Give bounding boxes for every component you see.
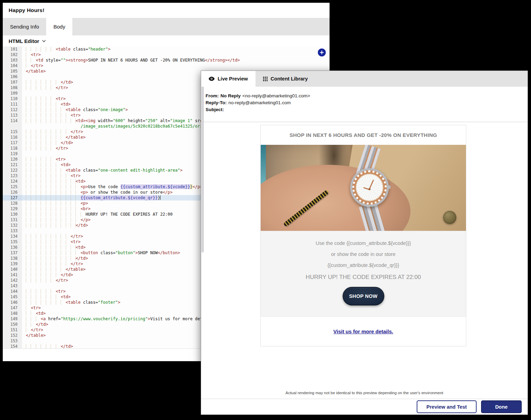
tab-sending-info[interactable]: Sending Info: [3, 18, 46, 35]
code-text: </tr>: [22, 261, 83, 267]
line-number: 138: [3, 256, 22, 261]
line-number: 136: [3, 245, 22, 250]
line-number: 147: [3, 305, 22, 311]
preview-disclaimer: Actual rendering may not be identical to…: [201, 391, 528, 395]
email-body-lines: Use the code {{custom_attribute.${vcode}…: [261, 238, 466, 284]
line-number: [3, 123, 22, 129]
code-text: <br>: [22, 206, 91, 212]
visit-details-link[interactable]: Visit us for more details.: [333, 329, 393, 334]
email-paragraph: Use the code {{custom_attribute.${vcode}…: [261, 238, 466, 249]
line-number: 139: [3, 261, 22, 267]
watch-art-background-strip: [261, 145, 266, 184]
line-number: 145: [3, 294, 22, 300]
editor-mode-row: HTML Editor: [3, 35, 330, 46]
chevron-down-icon[interactable]: [42, 40, 46, 42]
line-number: 115: [3, 129, 22, 134]
code-text: <tr>: [22, 289, 66, 294]
line-number: 148: [3, 311, 22, 316]
code-text: </tr>: [22, 278, 68, 283]
replyto-label: Reply-To:: [206, 100, 227, 105]
code-text: <tr>: [22, 52, 41, 57]
line-number: 152: [3, 333, 22, 338]
code-line[interactable]: 102 <tr>: [3, 52, 330, 57]
code-text: </tr>: [22, 146, 68, 151]
email-hero-image: [261, 145, 466, 231]
code-text: <table class="footer">: [22, 300, 121, 305]
screen: Happy Hours! Sending Info Body HTML Edit…: [0, 0, 531, 420]
dialog-footer-bar: Preview and Test Done: [201, 399, 528, 414]
code-text: </td>: [22, 322, 48, 327]
code-text: </td>: [22, 344, 73, 349]
line-number: 109: [3, 90, 22, 96]
line-number: 144: [3, 289, 22, 294]
line-number: 151: [3, 327, 22, 333]
line-number: 130: [3, 212, 22, 217]
line-number: 103: [3, 57, 22, 63]
line-number: 110: [3, 96, 22, 101]
line-number: 141: [3, 272, 22, 278]
preview-dialog: Live Preview Content Library From: No Re…: [201, 71, 528, 415]
code-text: <tr>: [22, 305, 41, 311]
mail-subject-row: Subject:: [206, 106, 528, 113]
code-text: <table class="one-image">: [22, 107, 128, 112]
line-number: 113: [3, 112, 22, 118]
code-text: [22, 338, 26, 344]
header-divider: [201, 122, 528, 122]
email-paragraph: {{custom_attribute.${vcode_qr}}}: [261, 260, 466, 271]
line-number: 121: [3, 162, 22, 168]
code-text: <tr>: [22, 112, 81, 118]
line-number: 131: [3, 217, 22, 223]
line-number: 143: [3, 283, 22, 289]
line-number: 108: [3, 85, 22, 90]
preview-and-test-button[interactable]: Preview and Test: [417, 400, 477, 413]
tab-body[interactable]: Body: [46, 18, 72, 35]
add-block-button[interactable]: [318, 49, 326, 56]
code-text: </tr>: [22, 85, 68, 90]
tab-content-library-label: Content Library: [271, 76, 308, 82]
line-number: 117: [3, 140, 22, 146]
code-text: <button class="button">SHOP NOW</button>: [22, 250, 180, 256]
code-text: </tr>: [22, 63, 43, 68]
code-text: </td>: [22, 256, 88, 261]
tab-live-preview[interactable]: Live Preview: [201, 71, 256, 87]
shop-now-button[interactable]: SHOP NOW: [343, 287, 384, 305]
code-text: <table class="one-content edit-highlight…: [22, 168, 183, 173]
from-name: No Reply: [220, 93, 241, 98]
code-text: {{custom_attribute.${vcode_qr}}}: [22, 195, 160, 201]
preview-scrollbar-thumb[interactable]: [201, 87, 204, 252]
email-paragraph: HURRY UP! THE CODE EXPIRES AT 22:00: [261, 271, 466, 284]
line-number: 129: [3, 206, 22, 212]
code-text: [22, 228, 26, 234]
watch-art-crown: [387, 185, 391, 189]
code-text: <td style=""><strong>SHOP IN NEXT 6 HOUR…: [22, 57, 240, 63]
window-title-bar: Happy Hours!: [3, 3, 330, 18]
tab-content-library[interactable]: Content Library: [256, 71, 315, 87]
code-text: </table>: [22, 134, 85, 140]
line-number: 135: [3, 239, 22, 245]
code-text: <tr>: [22, 173, 81, 179]
text-cursor: [160, 195, 160, 200]
code-text: <tr>: [22, 239, 81, 245]
line-number: 118: [3, 146, 22, 151]
line-number: 133: [3, 228, 22, 234]
code-text: <td>: [22, 162, 71, 168]
line-number: 149: [3, 316, 22, 322]
line-number: 126: [3, 190, 22, 195]
editor-mode-select[interactable]: HTML Editor: [9, 38, 39, 44]
line-number: 124: [3, 179, 22, 184]
line-number: 154: [3, 344, 22, 349]
code-text: </table>: [22, 68, 46, 74]
preview-tab-bar: Live Preview Content Library: [201, 71, 528, 87]
code-text: <p>Use the code {{custom_attribute.${vco…: [22, 184, 202, 190]
code-text: [22, 90, 26, 96]
code-text: </tr>: [22, 234, 83, 239]
code-text: <td>: [22, 294, 71, 300]
code-line[interactable]: 104 </tr>: [3, 63, 330, 68]
code-line[interactable]: 103 <td style=""><strong>SHOP IN NEXT 6 …: [3, 57, 330, 63]
line-number: 106: [3, 74, 22, 79]
done-button[interactable]: Done: [481, 400, 522, 413]
code-line[interactable]: 101 <table class="header">: [3, 46, 330, 52]
line-number: 116: [3, 134, 22, 140]
subject-label: Subject:: [206, 107, 224, 112]
code-text: <p>: [22, 201, 88, 206]
